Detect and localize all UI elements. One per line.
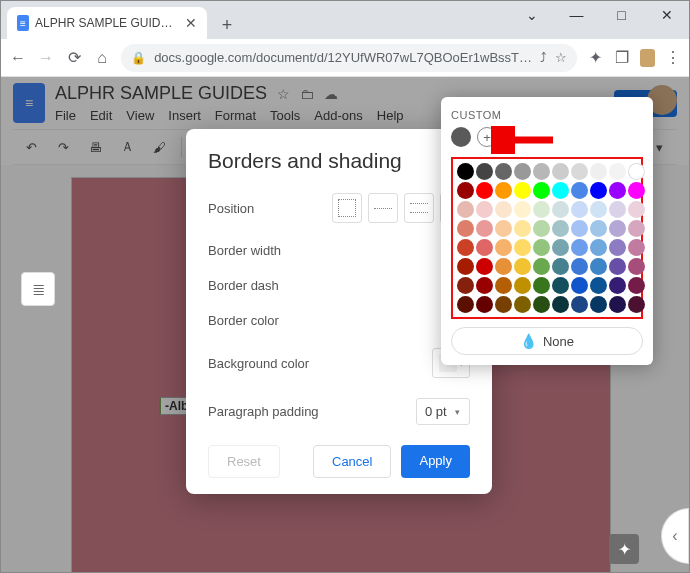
- position-top[interactable]: [368, 193, 398, 223]
- color-swatch[interactable]: [628, 201, 645, 218]
- color-swatch[interactable]: [609, 201, 626, 218]
- color-swatch[interactable]: [552, 220, 569, 237]
- color-swatch[interactable]: [514, 239, 531, 256]
- color-swatch[interactable]: [609, 220, 626, 237]
- color-swatch[interactable]: [495, 258, 512, 275]
- home-button[interactable]: ⌂: [93, 49, 111, 67]
- color-swatch[interactable]: [514, 201, 531, 218]
- explore-button[interactable]: ✦: [609, 534, 639, 564]
- window-dropdown[interactable]: ⌄: [509, 1, 554, 29]
- color-swatch[interactable]: [590, 220, 607, 237]
- color-swatch[interactable]: [609, 258, 626, 275]
- color-swatch[interactable]: [514, 220, 531, 237]
- color-swatch[interactable]: [495, 277, 512, 294]
- color-swatch[interactable]: [571, 296, 588, 313]
- color-swatch[interactable]: [590, 296, 607, 313]
- color-swatch[interactable]: [628, 182, 645, 199]
- color-swatch[interactable]: [609, 163, 626, 180]
- no-color-button[interactable]: 💧 None: [451, 327, 643, 355]
- color-swatch[interactable]: [457, 277, 474, 294]
- color-swatch[interactable]: [609, 182, 626, 199]
- window-maximize[interactable]: □: [599, 1, 644, 29]
- color-swatch[interactable]: [590, 182, 607, 199]
- color-swatch[interactable]: [590, 239, 607, 256]
- color-swatch[interactable]: [571, 182, 588, 199]
- color-swatch[interactable]: [552, 277, 569, 294]
- color-swatch[interactable]: [590, 258, 607, 275]
- color-swatch[interactable]: [533, 220, 550, 237]
- chrome-menu-icon[interactable]: ⋮: [665, 48, 681, 67]
- paragraph-padding-select[interactable]: 0 pt ▾: [416, 398, 470, 425]
- color-swatch[interactable]: [571, 201, 588, 218]
- share-url-icon[interactable]: ⤴: [540, 50, 547, 65]
- document-outline-button[interactable]: ≣: [21, 272, 55, 306]
- color-swatch[interactable]: [552, 163, 569, 180]
- apply-button[interactable]: Apply: [401, 445, 470, 478]
- color-swatch[interactable]: [495, 239, 512, 256]
- color-swatch[interactable]: [495, 296, 512, 313]
- color-swatch[interactable]: [552, 201, 569, 218]
- color-swatch[interactable]: [609, 296, 626, 313]
- color-swatch[interactable]: [628, 163, 645, 180]
- color-swatch[interactable]: [514, 277, 531, 294]
- color-swatch[interactable]: [571, 163, 588, 180]
- color-swatch[interactable]: [476, 296, 493, 313]
- color-swatch[interactable]: [628, 296, 645, 313]
- color-swatch[interactable]: [476, 258, 493, 275]
- color-swatch[interactable]: [628, 239, 645, 256]
- color-swatch[interactable]: [533, 201, 550, 218]
- color-swatch[interactable]: [476, 220, 493, 237]
- color-swatch[interactable]: [533, 277, 550, 294]
- tab-close-icon[interactable]: ✕: [185, 15, 197, 31]
- color-swatch[interactable]: [609, 277, 626, 294]
- color-swatch[interactable]: [533, 182, 550, 199]
- color-swatch[interactable]: [514, 296, 531, 313]
- color-swatch[interactable]: [533, 239, 550, 256]
- browser-tab[interactable]: ≡ ALPHR SAMPLE GUIDES - Google ✕: [7, 7, 207, 39]
- color-swatch[interactable]: [609, 239, 626, 256]
- bookmark-star-icon[interactable]: ☆: [555, 50, 567, 65]
- color-swatch[interactable]: [571, 258, 588, 275]
- url-box[interactable]: 🔒 docs.google.com/document/d/12YUfWR07wL…: [121, 44, 577, 72]
- color-swatch[interactable]: [628, 258, 645, 275]
- extensions-icon[interactable]: ✦: [587, 48, 603, 67]
- color-swatch[interactable]: [552, 258, 569, 275]
- color-swatch[interactable]: [495, 220, 512, 237]
- color-swatch[interactable]: [476, 239, 493, 256]
- color-swatch[interactable]: [552, 296, 569, 313]
- profile-extension-icon[interactable]: [640, 49, 655, 67]
- reset-button[interactable]: Reset: [208, 445, 280, 478]
- color-swatch[interactable]: [457, 239, 474, 256]
- color-swatch[interactable]: [495, 182, 512, 199]
- color-swatch[interactable]: [590, 201, 607, 218]
- custom-color-swatch[interactable]: [451, 127, 471, 147]
- new-tab-button[interactable]: +: [213, 11, 241, 39]
- color-swatch[interactable]: [457, 220, 474, 237]
- color-swatch[interactable]: [628, 277, 645, 294]
- window-close[interactable]: ✕: [644, 1, 689, 29]
- color-swatch[interactable]: [514, 258, 531, 275]
- color-swatch[interactable]: [476, 277, 493, 294]
- reload-button[interactable]: ⟳: [65, 48, 83, 67]
- color-swatch[interactable]: [514, 163, 531, 180]
- color-swatch[interactable]: [457, 258, 474, 275]
- sidepanel-icon[interactable]: ❐: [613, 48, 629, 67]
- position-all[interactable]: [332, 193, 362, 223]
- color-swatch[interactable]: [476, 201, 493, 218]
- color-swatch[interactable]: [495, 201, 512, 218]
- color-swatch[interactable]: [571, 277, 588, 294]
- color-swatch[interactable]: [457, 163, 474, 180]
- color-swatch[interactable]: [457, 182, 474, 199]
- color-swatch[interactable]: [590, 163, 607, 180]
- color-swatch[interactable]: [571, 239, 588, 256]
- forward-button[interactable]: →: [37, 49, 55, 67]
- color-swatch[interactable]: [571, 220, 588, 237]
- position-between[interactable]: [404, 193, 434, 223]
- color-swatch[interactable]: [628, 220, 645, 237]
- color-swatch[interactable]: [495, 163, 512, 180]
- color-swatch[interactable]: [533, 163, 550, 180]
- color-swatch[interactable]: [590, 277, 607, 294]
- color-swatch[interactable]: [476, 163, 493, 180]
- color-swatch[interactable]: [457, 296, 474, 313]
- color-swatch[interactable]: [533, 296, 550, 313]
